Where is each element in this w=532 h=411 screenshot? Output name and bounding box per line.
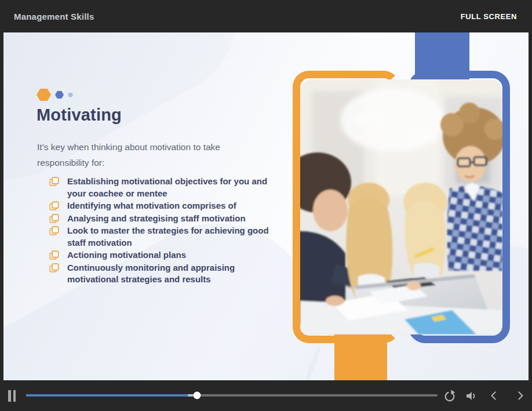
copy-pages-icon [49,250,59,260]
copy-pages-icon [49,226,59,236]
seek-bar[interactable] [26,394,438,397]
header-bar: Management Skills FULL SCREEN [0,0,532,32]
bullet-list: Establishing motivational objectives for… [49,176,276,286]
pause-icon [13,390,16,402]
progress-fill [26,394,188,397]
slide-canvas: Motivating It’s key when thinking about … [3,32,529,380]
chevron-right-icon [514,390,526,402]
list-item-text: Identifying what motivation comprises of [67,200,236,212]
copy-pages-icon [49,214,59,224]
list-item: Establishing motivational objectives for… [49,176,276,199]
fullscreen-button[interactable]: FULL SCREEN [457,12,520,21]
volume-button[interactable] [464,389,478,403]
list-item: Actioning motivational plans [49,249,276,261]
copy-pages-icon [49,201,59,211]
copy-pages-icon [49,177,59,187]
hexagon-icon [37,89,51,101]
progress-handle[interactable] [193,392,201,399]
list-item: Identifying what motivation comprises of [49,200,276,212]
pause-icon [8,390,11,402]
title-decoration [37,89,73,101]
list-item-text: Continuously monitoring and appraising m… [67,262,276,286]
replay-icon [443,389,457,403]
slide-photo [300,79,502,334]
list-item: Continuously monitoring and appraising m… [49,262,276,286]
list-item: Analysing and strategising staff motivat… [49,213,276,225]
course-title: Management Skills [14,12,94,21]
chevron-left-icon [488,390,500,402]
list-item-text: Analysing and strategising staff motivat… [67,213,246,225]
list-item-text: Establishing motivational objectives for… [67,176,276,199]
copy-pages-icon [49,263,59,273]
slide-title: Motivating [37,106,122,125]
hexagon-icon [68,93,73,97]
course-player: Management Skills FULL SCREEN [0,0,532,411]
previous-button[interactable] [488,390,500,402]
hexagon-icon [55,91,64,99]
list-item: Look to master the strategies for achiev… [49,225,276,249]
list-item-text: Look to master the strategies for achiev… [67,225,276,249]
slide-intro: It’s key when thinking about motivation … [37,139,269,170]
list-item-text: Actioning motivational plans [67,249,186,261]
pause-button[interactable] [8,390,17,402]
player-bar [0,380,532,411]
next-button[interactable] [514,390,526,402]
volume-icon [464,389,478,403]
replay-button[interactable] [443,389,457,403]
